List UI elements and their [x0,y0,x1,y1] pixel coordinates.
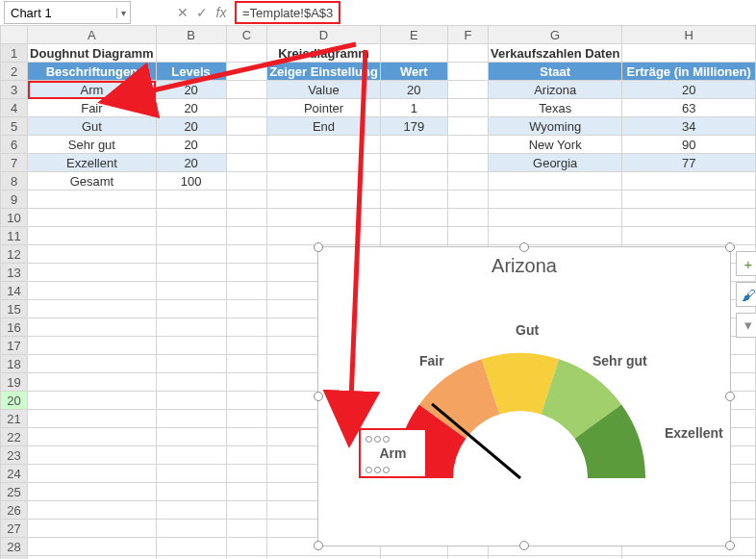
resize-handle[interactable] [314,541,323,550]
cell[interactable] [226,355,267,373]
resize-handle[interactable] [314,392,323,401]
cell[interactable] [226,191,267,209]
cell[interactable] [226,538,267,556]
cell[interactable] [226,483,267,501]
row-header-27[interactable]: 27 [1,520,28,538]
cell[interactable] [226,99,267,117]
cell[interactable] [447,99,488,117]
cell[interactable] [226,154,267,172]
cell[interactable] [156,209,226,227]
cell[interactable] [447,172,488,191]
cell[interactable] [380,209,447,227]
row-header-14[interactable]: 14 [1,282,28,300]
cell[interactable]: 20 [156,117,226,136]
cell[interactable] [267,136,381,154]
cell[interactable] [156,355,226,373]
cell[interactable] [28,520,157,538]
cell[interactable]: 20 [156,154,226,172]
cell[interactable] [380,172,447,191]
cell[interactable] [226,209,267,227]
row-header-28[interactable]: 28 [1,538,28,556]
row-header-26[interactable]: 26 [1,501,28,520]
row-header-22[interactable]: 22 [1,428,28,446]
cell[interactable] [447,63,488,81]
cell[interactable] [267,227,381,245]
cell[interactable] [28,191,157,209]
row-header-5[interactable]: 5 [1,117,28,136]
cell[interactable]: End [267,117,381,136]
section-title[interactable]: Kreisdiagramm [267,44,381,63]
cell[interactable]: 20 [156,136,226,154]
row-header-15[interactable]: 15 [1,300,28,318]
cell[interactable] [447,154,488,172]
cell[interactable] [622,44,756,63]
cell[interactable] [28,483,157,501]
cell[interactable] [156,483,226,501]
row-header-23[interactable]: 23 [1,446,28,465]
cell[interactable] [267,154,381,172]
row-header-19[interactable]: 19 [1,373,28,392]
row-header-16[interactable]: 16 [1,318,28,337]
cell[interactable] [226,245,267,264]
cell[interactable]: Sehr gut [28,136,157,154]
cell[interactable] [226,117,267,136]
cell[interactable] [622,209,756,227]
cell[interactable] [226,282,267,300]
cell[interactable] [28,501,157,520]
row-header-21[interactable]: 21 [1,410,28,428]
cell[interactable] [267,172,381,191]
resize-handle[interactable] [519,242,529,252]
cell[interactable] [226,337,267,355]
row-header-18[interactable]: 18 [1,355,28,373]
cell[interactable] [156,191,226,209]
cell[interactable] [28,300,157,318]
cell[interactable] [156,227,226,245]
cell[interactable] [447,209,488,227]
cell[interactable] [156,337,226,355]
cell[interactable]: Staat [488,63,621,81]
resize-handle[interactable] [519,541,529,550]
chart-filter-button[interactable]: ▾ [736,313,756,338]
cell[interactable] [28,428,157,446]
cell[interactable]: 63 [622,99,756,117]
cell[interactable] [28,556,157,560]
cell[interactable]: Texas [488,99,621,117]
formula-input[interactable]: =Template!$A$3 [235,1,340,24]
worksheet[interactable]: A B C D E F G H 1Doughnut DiagrammKreisd… [0,25,756,559]
cell[interactable]: 20 [156,81,226,99]
cell[interactable] [28,282,157,300]
col-header-D[interactable]: D [267,26,381,44]
cell[interactable] [488,556,621,560]
resize-handle[interactable] [314,242,323,252]
row-header-20[interactable]: 20 [1,392,28,410]
cell[interactable] [447,81,488,99]
cell[interactable] [447,44,488,63]
cell[interactable] [28,318,157,337]
col-header-F[interactable]: F [447,26,488,44]
cell[interactable] [226,44,267,63]
cell[interactable] [28,392,157,410]
accept-icon[interactable]: ✓ [192,5,212,20]
row-header-24[interactable]: 24 [1,465,28,483]
row-header-11[interactable]: 11 [1,227,28,245]
cell[interactable]: 1 [380,99,447,117]
row-header-1[interactable]: 1 [1,44,28,63]
cell[interactable] [28,373,157,392]
col-header-A[interactable]: A [28,26,157,44]
cell[interactable]: Wert [380,63,447,81]
select-all-corner[interactable] [1,26,28,44]
cell[interactable] [156,318,226,337]
cell[interactable] [226,556,267,560]
resize-handle[interactable] [725,242,735,252]
col-header-E[interactable]: E [380,26,447,44]
cell[interactable] [28,337,157,355]
cell[interactable] [156,264,226,282]
cell[interactable]: Exzellent [28,154,157,172]
cell[interactable] [156,245,226,264]
row-header-9[interactable]: 9 [1,191,28,209]
cell[interactable] [226,373,267,392]
cell[interactable] [380,191,447,209]
cell[interactable] [226,410,267,428]
cell[interactable] [226,520,267,538]
cell[interactable] [447,117,488,136]
